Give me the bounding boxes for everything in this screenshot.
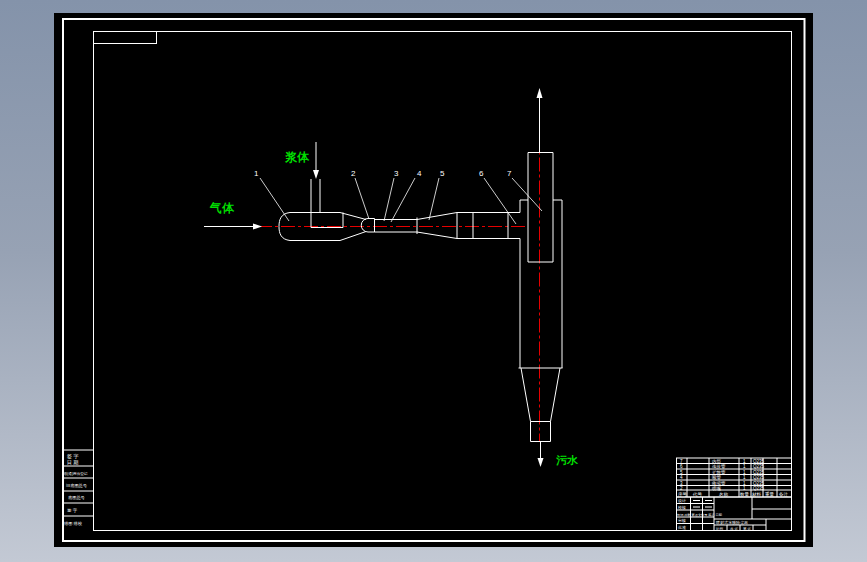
callout-5: 5 <box>440 169 445 178</box>
svg-text:Q235: Q235 <box>753 459 765 464</box>
svg-text:序号: 序号 <box>678 492 688 497</box>
tb-change: 标记 处数 更改文件号 签名 日期 <box>676 513 722 517</box>
cad-viewport[interactable]: 气体 浆体 污水 1 2 3 4 5 6 7 签 字 日 期 借(通)用件登记 … <box>0 0 867 562</box>
water-outlet-label: 污水 <box>556 454 579 466</box>
gas-inlet-label: 气体 <box>209 201 235 215</box>
drawing-sheet <box>54 13 813 547</box>
svg-text:Q235: Q235 <box>753 486 765 491</box>
svg-text:重量: 重量 <box>765 491 775 497</box>
svg-text:代号: 代号 <box>692 492 703 497</box>
svg-text:备注: 备注 <box>779 492 789 497</box>
margin-cell-date: 日 期 <box>67 459 78 466</box>
callout-7: 7 <box>507 169 512 178</box>
tb-sheets: 共 张 <box>730 527 738 531</box>
margin-cell-base-no: 底图总号 <box>68 495 86 500</box>
tb-scale: 比例 <box>716 527 724 531</box>
margin-cell-borrow: 借(通)用件登记 <box>64 471 88 476</box>
tb-sheet-no: 第 张 <box>743 527 751 531</box>
svg-text:数量: 数量 <box>740 492 750 497</box>
callout-3: 3 <box>394 169 399 178</box>
tb-design: 设计 <box>678 498 686 503</box>
tb-check: 校核 <box>677 505 686 510</box>
tb-review: 审核 <box>678 518 686 523</box>
margin-cell-trace: 描图 描校 <box>64 521 83 526</box>
callout-4: 4 <box>417 169 422 178</box>
svg-text:名称: 名称 <box>719 492 729 497</box>
svg-text:Q235: Q235 <box>753 464 765 469</box>
callout-6: 6 <box>479 169 484 178</box>
slurry-inlet-label: 浆体 <box>284 150 310 164</box>
tb-approve: 批准 <box>678 525 686 530</box>
svg-text:连接管: 连接管 <box>712 463 726 469</box>
svg-text:内筒: 内筒 <box>712 459 722 464</box>
margin-cell-old-no: 旧底图总号 <box>66 483 88 488</box>
callout-2: 2 <box>351 169 356 178</box>
svg-text:喉管: 喉管 <box>712 474 722 480</box>
callout-1: 1 <box>254 169 259 178</box>
svg-text:喷嘴: 喷嘴 <box>712 486 722 491</box>
svg-text:Q235: Q235 <box>753 470 765 475</box>
margin-cell-sign2: 签 字 <box>67 508 78 513</box>
drawing-canvas: 气体 浆体 污水 1 2 3 4 5 6 7 签 字 日 期 借(通)用件登记 … <box>0 0 867 562</box>
svg-text:Q235: Q235 <box>753 475 765 480</box>
